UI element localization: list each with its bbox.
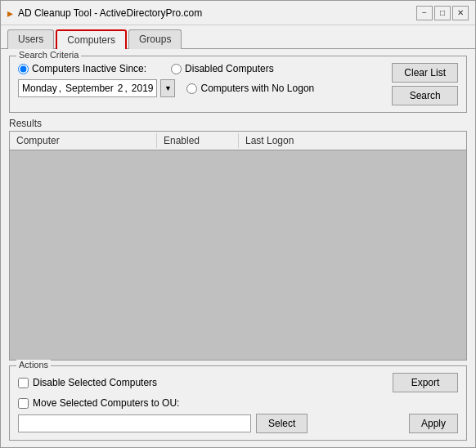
- tab-computers[interactable]: Computers: [56, 29, 127, 49]
- date-group: Monday , September 2 , 2019 ▼ Computers …: [18, 79, 314, 97]
- results-header: Computer Enabled Last Logon: [10, 132, 466, 150]
- minimize-button[interactable]: −: [416, 6, 433, 20]
- radio-disabled-label: Disabled Computers: [185, 63, 274, 74]
- move-computers-group: Move Selected Computers to OU:: [18, 397, 179, 409]
- tab-users[interactable]: Users: [7, 29, 54, 49]
- date-field: Monday , September 2 , 2019: [18, 79, 157, 97]
- search-criteria-section: Search Criteria Computers Inactive Since…: [9, 56, 467, 113]
- results-label: Results: [9, 118, 467, 129]
- date-month: September: [65, 83, 114, 94]
- actions-section: Actions Disable Selected Computers Expor…: [9, 365, 467, 441]
- window-title: AD Cleanup Tool - ActiveDirectoryPro.com: [18, 7, 202, 19]
- radio-nologon: Computers with No Logon: [186, 83, 314, 94]
- app-icon: ▸: [7, 7, 13, 20]
- disable-computers-label: Disable Selected Computers: [33, 377, 157, 388]
- export-button[interactable]: Export: [393, 373, 458, 392]
- actions-bottom-row: Move Selected Computers to OU:: [18, 397, 458, 409]
- results-body: [10, 150, 466, 360]
- title-bar-controls: − □ ✕: [416, 6, 469, 20]
- col-header-lastlogon: Last Logon: [239, 133, 466, 148]
- radio-disabled: Disabled Computers: [171, 63, 274, 74]
- date-dropdown-button[interactable]: ▼: [160, 79, 175, 97]
- title-bar-left: ▸ AD Cleanup Tool - ActiveDirectoryPro.c…: [7, 7, 202, 20]
- select-button[interactable]: Select: [256, 414, 308, 433]
- radio-nologon-input[interactable]: [186, 83, 197, 94]
- date-year: 2019: [132, 83, 154, 94]
- maximize-button[interactable]: □: [434, 6, 451, 20]
- radio-nologon-label: Computers with No Logon: [200, 83, 314, 94]
- actions-legend: Actions: [16, 360, 51, 370]
- ou-input-field[interactable]: [18, 414, 251, 432]
- radio-inactive: Computers Inactive Since:: [18, 63, 146, 74]
- disable-computers-checkbox[interactable]: [18, 378, 29, 388]
- tab-bar: Users Computers Groups: [1, 25, 475, 49]
- main-content: Search Criteria Computers Inactive Since…: [1, 49, 475, 447]
- col-header-computer: Computer: [10, 133, 157, 148]
- search-criteria-legend: Search Criteria: [16, 50, 81, 60]
- date-separator: ,: [59, 83, 61, 94]
- move-computers-label: Move Selected Computers to OU:: [33, 397, 179, 409]
- results-table: Computer Enabled Last Logon: [9, 131, 467, 361]
- ou-row: Select Apply: [18, 414, 458, 433]
- date-daynum: 2: [118, 83, 123, 94]
- clear-list-button[interactable]: Clear List: [392, 63, 458, 83]
- actions-top-row: Disable Selected Computers Export: [18, 373, 458, 392]
- col-header-enabled: Enabled: [157, 133, 239, 148]
- search-action-buttons: Clear List Search: [392, 63, 458, 105]
- disable-computers-group: Disable Selected Computers: [18, 377, 157, 388]
- radio-inactive-input[interactable]: [18, 64, 29, 74]
- date-day: Monday: [22, 83, 57, 94]
- results-section: Results Computer Enabled Last Logon: [9, 118, 467, 361]
- tab-groups[interactable]: Groups: [128, 29, 182, 49]
- apply-button[interactable]: Apply: [409, 414, 458, 433]
- search-button[interactable]: Search: [392, 86, 458, 105]
- main-window: ▸ AD Cleanup Tool - ActiveDirectoryPro.c…: [0, 0, 476, 448]
- radio-inactive-label: Computers Inactive Since:: [32, 63, 146, 74]
- title-bar: ▸ AD Cleanup Tool - ActiveDirectoryPro.c…: [1, 1, 475, 25]
- close-button[interactable]: ✕: [452, 6, 469, 20]
- move-computers-checkbox[interactable]: [18, 398, 29, 409]
- radio-disabled-input[interactable]: [171, 64, 182, 74]
- date-comma: ,: [124, 83, 127, 94]
